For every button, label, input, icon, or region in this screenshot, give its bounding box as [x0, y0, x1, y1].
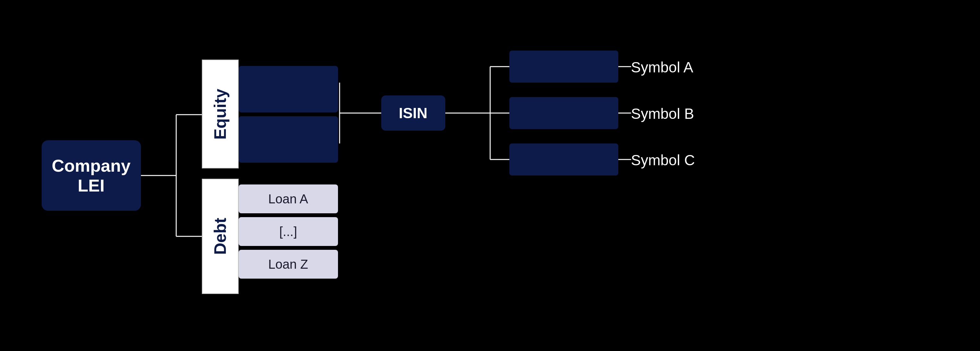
debt-boxes: Loan A [...] Loan Z: [239, 179, 338, 294]
equity-label: Equity: [210, 89, 230, 140]
symbol-a-box: [509, 51, 618, 83]
debt-label-cell: Debt: [202, 179, 239, 294]
loan-a-label: Loan A: [268, 192, 308, 206]
equity-section: Equity: [202, 60, 338, 169]
symbol-c-box: [509, 143, 618, 176]
company-lei-label: Company LEI: [48, 156, 135, 195]
connector-lines: [41, 32, 939, 319]
loan-z-label: Loan Z: [268, 257, 308, 272]
symbol-b-box: [509, 97, 618, 129]
equity-box-2: [239, 116, 338, 163]
symbol-b-label-text: Symbol B: [631, 105, 694, 122]
symbol-a-label-text: Symbol A: [631, 59, 693, 76]
symbol-c-label-text: Symbol C: [631, 151, 695, 169]
equity-label-cell: Equity: [202, 60, 239, 168]
company-lei-box: Company LEI: [41, 140, 141, 211]
equity-boxes: [239, 60, 338, 169]
symbol-c-label: Symbol C: [631, 152, 695, 168]
symbol-b-label: Symbol B: [631, 105, 694, 122]
diagram-container: Company LEI Equity Debt Loan A [...] Loa: [41, 32, 939, 319]
isin-box: ISIN: [381, 95, 445, 131]
loan-z-box: Loan Z: [239, 250, 338, 279]
loan-ellipsis-box: [...]: [239, 217, 338, 246]
debt-section: Debt Loan A [...] Loan Z: [202, 179, 338, 294]
loan-ellipsis-label: [...]: [279, 224, 297, 239]
debt-label: Debt: [210, 218, 230, 255]
symbol-a-label: Symbol A: [631, 59, 693, 76]
isin-label: ISIN: [399, 105, 427, 122]
loan-a-box: Loan A: [239, 184, 338, 213]
equity-box-1: [239, 66, 338, 113]
